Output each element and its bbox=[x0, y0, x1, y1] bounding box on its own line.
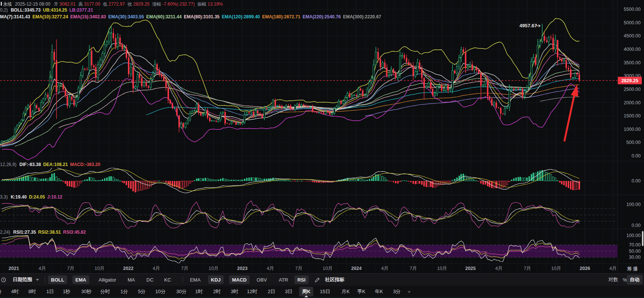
svg-text:2023: 2023 bbox=[237, 266, 248, 271]
svg-text:4月: 4月 bbox=[267, 266, 274, 271]
svg-text:4500.00: 4500.00 bbox=[624, 33, 641, 39]
svg-text:5000.00: 5000.00 bbox=[624, 20, 641, 25]
svg-text:7月: 7月 bbox=[524, 266, 531, 271]
svg-text:2500.00: 2500.00 bbox=[624, 87, 641, 92]
svg-text:100.00: 100.00 bbox=[626, 202, 641, 207]
svg-text:100.00: 100.00 bbox=[626, 233, 641, 238]
svg-text:0.00: 0.00 bbox=[632, 223, 641, 228]
svg-text:500.00: 500.00 bbox=[626, 140, 641, 145]
svg-text:2026: 2026 bbox=[580, 266, 590, 271]
svg-text:10月: 10月 bbox=[95, 266, 104, 271]
svg-text:4月: 4月 bbox=[381, 266, 388, 271]
svg-text:0.00: 0.00 bbox=[632, 178, 641, 184]
svg-text:4000.00: 4000.00 bbox=[624, 47, 641, 52]
svg-text:2829.25: 2829.25 bbox=[621, 78, 638, 83]
svg-text:2022: 2022 bbox=[123, 266, 134, 271]
svg-text:2021: 2021 bbox=[9, 266, 19, 271]
svg-text:1000.00: 1000.00 bbox=[624, 127, 641, 132]
svg-text:0.00: 0.00 bbox=[632, 153, 641, 159]
svg-text:10月: 10月 bbox=[323, 266, 332, 271]
svg-text:2000.00: 2000.00 bbox=[624, 100, 641, 105]
svg-text:5500.00: 5500.00 bbox=[624, 7, 641, 12]
svg-text:10月: 10月 bbox=[209, 266, 218, 271]
svg-text:4月: 4月 bbox=[39, 266, 46, 271]
svg-text:10月: 10月 bbox=[551, 266, 561, 271]
svg-text:70.00: 70.00 bbox=[629, 242, 641, 248]
svg-text:2025: 2025 bbox=[465, 266, 476, 271]
svg-text:30.00: 30.00 bbox=[629, 255, 641, 260]
svg-text:1500.00: 1500.00 bbox=[624, 113, 641, 119]
svg-text:50.00: 50.00 bbox=[629, 249, 641, 254]
svg-text:4月: 4月 bbox=[609, 266, 616, 271]
svg-text:7月: 7月 bbox=[67, 266, 74, 271]
svg-text:3500.00: 3500.00 bbox=[624, 60, 641, 65]
svg-text:筹 爆: 筹 爆 bbox=[627, 266, 638, 271]
svg-text:7月: 7月 bbox=[181, 266, 188, 271]
svg-text:4月: 4月 bbox=[495, 266, 502, 271]
svg-text:2024: 2024 bbox=[351, 266, 362, 271]
svg-text:7月: 7月 bbox=[295, 266, 302, 271]
svg-text:7月: 7月 bbox=[410, 266, 417, 271]
svg-text:10月: 10月 bbox=[437, 266, 447, 271]
svg-text:4957.67: 4957.67 bbox=[519, 23, 537, 28]
svg-text:4月: 4月 bbox=[153, 266, 160, 271]
